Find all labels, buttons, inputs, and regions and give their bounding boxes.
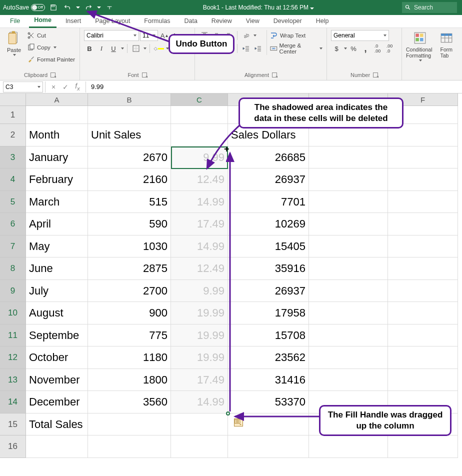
cell-B9[interactable]: 2700 — [88, 280, 171, 302]
number-launcher-icon[interactable] — [373, 72, 378, 78]
cell-C3[interactable]: 9.99 — [171, 146, 228, 169]
cell-C12[interactable]: 19.99 — [171, 346, 228, 369]
format-as-table-button[interactable]: FormTab — [438, 30, 456, 58]
cell-A13[interactable]: November — [26, 369, 88, 392]
cell-C4[interactable]: 12.49 — [171, 168, 228, 191]
font-name-dropdown[interactable]: Calibri — [84, 30, 139, 41]
cell-A5[interactable]: March — [26, 191, 88, 214]
cell-C2[interactable] — [171, 124, 228, 146]
cell-E8[interactable] — [309, 258, 388, 280]
search-box[interactable] — [402, 2, 457, 13]
cell-D13[interactable]: 31416 — [228, 369, 309, 392]
column-header-A[interactable]: A — [26, 94, 88, 106]
cell-D5[interactable]: 7701 — [228, 191, 309, 214]
search-input[interactable] — [414, 4, 449, 11]
cell-A11[interactable]: Septembe — [26, 324, 88, 347]
number-format-dropdown[interactable]: General — [331, 30, 389, 41]
cell-D3[interactable]: 26685 — [228, 146, 309, 169]
comma-format-icon[interactable]: , — [360, 43, 371, 54]
copy-button[interactable]: Copy — [27, 42, 75, 53]
cell-B12[interactable]: 1180 — [88, 346, 171, 369]
tab-page-layout[interactable]: Page Layout — [90, 16, 135, 28]
cell-F16[interactable] — [388, 436, 458, 458]
cell-C10[interactable]: 19.99 — [171, 302, 228, 324]
undo-icon[interactable] — [62, 2, 73, 13]
cell-D12[interactable]: 23562 — [228, 346, 309, 369]
format-painter-button[interactable]: Format Painter — [27, 54, 75, 65]
cell-A8[interactable]: June — [26, 258, 88, 280]
orientation-icon[interactable]: ab — [240, 30, 252, 41]
cell-F10[interactable] — [388, 302, 458, 324]
column-header-B[interactable]: B — [88, 94, 171, 106]
alignment-launcher-icon[interactable] — [272, 72, 277, 78]
cell-F8[interactable] — [388, 258, 458, 280]
cell-E7[interactable] — [309, 236, 388, 258]
cell-C6[interactable]: 17.49 — [171, 213, 228, 236]
tab-view[interactable]: View — [241, 16, 264, 28]
fill-handle[interactable] — [226, 412, 230, 416]
underline-button[interactable]: U — [108, 43, 119, 54]
cell-B15[interactable] — [88, 414, 171, 436]
cell-D4[interactable]: 26937 — [228, 168, 309, 191]
tab-file[interactable]: File — [5, 16, 25, 28]
conditional-formatting-button[interactable]: Conditional Formatting — [406, 30, 434, 62]
column-header-C[interactable]: C — [171, 94, 228, 106]
tab-home[interactable]: Home — [29, 14, 56, 28]
clipboard-launcher-icon[interactable] — [50, 72, 56, 78]
cell-B8[interactable]: 2875 — [88, 258, 171, 280]
row-header-16[interactable]: 16 — [0, 436, 26, 458]
select-all-corner[interactable] — [0, 94, 26, 106]
cell-B1[interactable] — [88, 106, 171, 124]
tab-review[interactable]: Review — [206, 16, 237, 28]
row-header-3[interactable]: 3 — [0, 146, 26, 169]
cell-B3[interactable]: 2670 — [88, 146, 171, 169]
undo-dropdown-icon[interactable] — [76, 6, 80, 8]
cell-E16[interactable] — [309, 436, 388, 458]
cell-D9[interactable]: 26937 — [228, 280, 309, 302]
cell-A10[interactable]: August — [26, 302, 88, 324]
cell-E5[interactable] — [309, 191, 388, 214]
tab-developer[interactable]: Developer — [268, 16, 307, 28]
cell-B5[interactable]: 515 — [88, 191, 171, 214]
cell-C9[interactable]: 9.99 — [171, 280, 228, 302]
percent-format-icon[interactable]: % — [348, 43, 359, 54]
tab-help[interactable]: Help — [311, 16, 334, 28]
row-header-7[interactable]: 7 — [0, 236, 26, 258]
redo-icon[interactable] — [83, 2, 94, 13]
increase-indent-icon[interactable] — [252, 43, 264, 54]
cell-A16[interactable] — [26, 436, 88, 458]
row-header-9[interactable]: 9 — [0, 280, 26, 302]
cell-D6[interactable]: 10269 — [228, 213, 309, 236]
cell-A6[interactable]: April — [26, 213, 88, 236]
accounting-format-icon[interactable]: $ — [331, 43, 342, 54]
cell-E6[interactable] — [309, 213, 388, 236]
row-header-13[interactable]: 13 — [0, 369, 26, 392]
row-header-12[interactable]: 12 — [0, 346, 26, 369]
merge-center-button[interactable]: Merge & Center — [270, 43, 322, 54]
increase-decimal-icon[interactable]: .0.00 — [372, 43, 383, 54]
cell-B10[interactable]: 900 — [88, 302, 171, 324]
cell-D16[interactable] — [228, 436, 309, 458]
autosave-toggle[interactable]: AutoSave Off — [3, 4, 45, 11]
cell-F12[interactable] — [388, 346, 458, 369]
cell-F7[interactable] — [388, 236, 458, 258]
cell-C1[interactable] — [171, 106, 228, 124]
cell-B2[interactable]: Unit Sales — [88, 124, 171, 146]
row-header-6[interactable]: 6 — [0, 213, 26, 236]
row-header-10[interactable]: 10 — [0, 302, 26, 324]
cell-A2[interactable]: Month — [26, 124, 88, 146]
name-box[interactable]: C3 — [3, 82, 43, 92]
cell-E3[interactable] — [309, 146, 388, 169]
borders-icon[interactable] — [130, 43, 142, 54]
cell-C7[interactable]: 14.99 — [171, 236, 228, 258]
cell-C15[interactable] — [171, 414, 228, 436]
row-header-5[interactable]: 5 — [0, 191, 26, 214]
cell-C8[interactable]: 12.49 — [171, 258, 228, 280]
cell-B16[interactable] — [88, 436, 171, 458]
redo-dropdown-icon[interactable] — [97, 6, 101, 8]
cell-D14[interactable]: 53370 — [228, 391, 309, 414]
decrease-decimal-icon[interactable]: .00.0 — [384, 43, 395, 54]
row-header-1[interactable]: 1 — [0, 106, 26, 124]
cell-A3[interactable]: January — [26, 146, 88, 169]
qat-customize-icon[interactable] — [104, 2, 115, 13]
